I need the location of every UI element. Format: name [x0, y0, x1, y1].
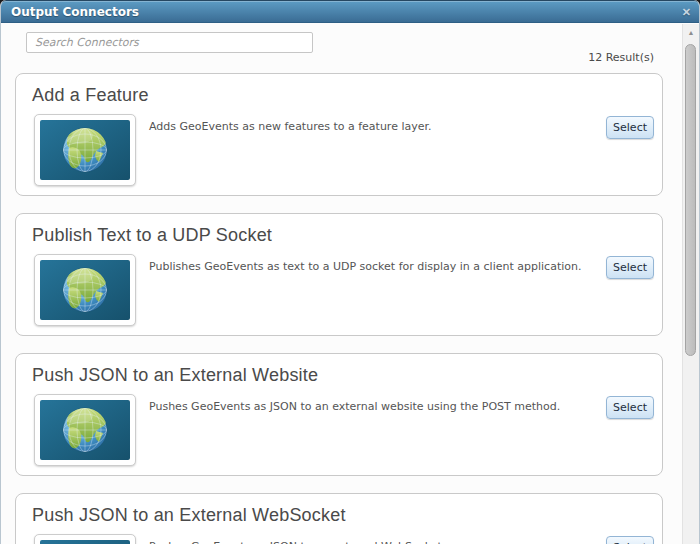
select-button[interactable]: Select	[606, 396, 654, 419]
connector-title: Publish Text to a UDP Socket	[30, 223, 654, 254]
globe-icon	[40, 540, 130, 544]
scrollbar-thumb[interactable]	[685, 44, 696, 356]
connector-description: Publishes GeoEvents as text to a UDP soc…	[149, 254, 581, 275]
connector-description: Adds GeoEvents as new features to a feat…	[149, 114, 432, 135]
select-button[interactable]: Select	[606, 116, 654, 139]
globe-icon	[40, 120, 130, 180]
connector-card-add-a-feature: Add a Feature	[15, 73, 663, 196]
connector-thumbnail	[34, 254, 136, 326]
search-input[interactable]	[26, 32, 313, 53]
connector-title: Add a Feature	[30, 83, 654, 114]
connector-description: Pushes GeoEvents as JSON to an external …	[149, 534, 445, 544]
connector-list: Add a Feature	[15, 73, 663, 544]
connector-title: Push JSON to an External Website	[30, 363, 654, 394]
connector-card-publish-text-udp: Publish Text to a UDP Socket	[15, 213, 663, 336]
connector-thumbnail	[34, 114, 136, 186]
connector-description: Pushes GeoEvents as JSON to an external …	[149, 394, 560, 415]
scrollbar-track[interactable]: ▲	[682, 24, 699, 544]
results-count: 12 Result(s)	[588, 51, 654, 64]
connector-title: Push JSON to an External WebSocket	[30, 503, 654, 534]
dialog-title: Output Connectors	[11, 5, 139, 19]
connector-card-push-json-websocket: Push JSON to an External WebSocket	[15, 493, 663, 544]
scroll-up-icon[interactable]: ▲	[683, 26, 699, 40]
connector-card-push-json-website: Push JSON to an External Website	[15, 353, 663, 476]
globe-icon	[40, 400, 130, 460]
dialog-header: Output Connectors ✕	[1, 0, 699, 23]
select-button[interactable]: Select	[606, 536, 654, 544]
select-button[interactable]: Select	[606, 256, 654, 279]
output-connectors-dialog: Output Connectors ✕ 12 Result(s) Add a F…	[0, 0, 700, 544]
connector-thumbnail	[34, 394, 136, 466]
close-icon[interactable]: ✕	[682, 5, 691, 19]
globe-icon	[40, 260, 130, 320]
connector-thumbnail	[34, 534, 136, 544]
